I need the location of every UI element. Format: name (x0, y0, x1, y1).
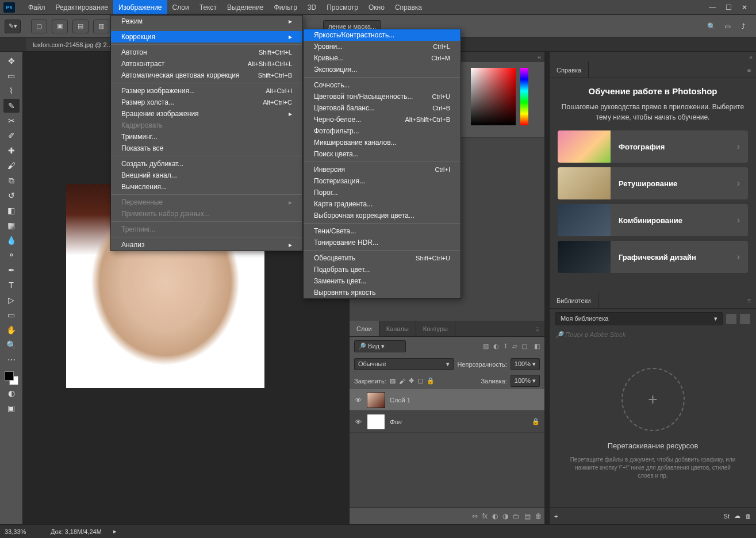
filter-adjust-icon[interactable]: ◐ (493, 343, 499, 350)
menu-item[interactable]: Яркость/Контрастность... (304, 29, 460, 41)
menubar-item-окно[interactable]: Окно (363, 0, 390, 14)
doc-size[interactable]: Док: 3,18M/4,24M (51, 528, 102, 535)
menu-item[interactable]: Экспозиция... (304, 64, 460, 75)
menu-item[interactable]: Карта градиента... (304, 198, 460, 210)
tab-libraries[interactable]: Библиотеки (550, 293, 598, 308)
gradient-tool[interactable]: ▦ (3, 218, 20, 232)
menu-item[interactable]: Показать все (111, 143, 302, 154)
menu-item[interactable]: Цветовой тон/Насыщенность...Ctrl+U (304, 91, 460, 102)
search-icon[interactable]: 🔍 (703, 21, 719, 32)
eyedropper-tool[interactable]: ✐ (3, 129, 20, 143)
visibility-icon[interactable]: 👁 (354, 418, 362, 425)
menu-item[interactable]: Подобрать цвет... (304, 264, 460, 275)
layer-name[interactable]: Слой 1 (390, 397, 410, 403)
learn-card[interactable]: Графический дизайн› (558, 241, 748, 273)
menu-item[interactable]: Постеризация... (304, 175, 460, 187)
menu-item[interactable]: Размер изображения...Alt+Ctrl+I (111, 85, 302, 97)
link-icon[interactable]: ⇔ (472, 512, 478, 520)
library-dropzone[interactable]: + Перетаскивание ресурсов Перетащите фай… (550, 341, 756, 507)
layer-item[interactable]: 👁 Фон 🔒 (350, 411, 544, 433)
menu-item[interactable]: Автоматическая цветовая коррекцияShift+C… (111, 70, 302, 81)
crop-tool[interactable]: ✂ (3, 114, 20, 128)
lock-all-icon[interactable]: 🔒 (427, 377, 435, 385)
adjustment-icon[interactable]: ◑ (502, 512, 508, 520)
menu-item[interactable]: Размер холста...Alt+Ctrl+C (111, 97, 302, 108)
delete-icon[interactable]: 🗑 (535, 512, 542, 520)
close-button[interactable]: ✕ (736, 2, 753, 13)
tab-layers[interactable]: Слои (350, 321, 379, 336)
menu-item[interactable]: Режим▸ (111, 16, 302, 27)
filter-smart-icon[interactable]: ▢ (521, 343, 527, 350)
menu-item[interactable]: Тонирование HDR... (304, 237, 460, 248)
menu-item[interactable]: Порог... (304, 187, 460, 198)
menu-item[interactable]: Микширование каналов... (304, 137, 460, 148)
fx-icon[interactable]: fx (482, 512, 488, 520)
menu-item[interactable]: ОбесцветитьShift+Ctrl+U (304, 252, 460, 264)
menubar-item-выделение[interactable]: Выделение (222, 0, 269, 14)
group-icon[interactable]: 🗀 (513, 512, 520, 520)
menu-item[interactable]: Заменить цвет... (304, 275, 460, 287)
panel-menu-icon[interactable]: ≡ (742, 62, 756, 78)
sel-add-button[interactable]: ▣ (52, 20, 68, 33)
zoom-level[interactable]: 33,33% (5, 528, 39, 535)
dodge-tool[interactable]: ⚬ (3, 248, 20, 262)
menubar-item-слои[interactable]: Слои (167, 0, 194, 14)
grid-view-icon[interactable] (726, 314, 736, 324)
color-swatches[interactable] (5, 371, 18, 385)
layer-item[interactable]: 👁 Слой 1 (350, 389, 544, 411)
blur-tool[interactable]: 💧 (3, 233, 20, 247)
menu-item[interactable]: Поиск цвета... (304, 148, 460, 160)
menu-item[interactable]: Коррекция▸ (111, 31, 302, 43)
lasso-tool[interactable]: ⌇ (3, 84, 20, 98)
layer-name[interactable]: Фон (390, 418, 402, 425)
menubar-item-3d[interactable]: 3D (302, 0, 321, 14)
visibility-icon[interactable]: 👁 (354, 397, 362, 403)
edit-toolbar[interactable]: ⋯ (3, 353, 20, 367)
menu-item[interactable]: Вращение изображения▸ (111, 108, 302, 120)
new-layer-icon[interactable]: ▤ (524, 512, 531, 520)
document-tab[interactable]: luxfon.com-21458.jpg @ 2... (26, 38, 120, 51)
opacity-input[interactable]: 100% ▾ (511, 358, 540, 370)
menu-item[interactable]: Внешний канал... (111, 170, 302, 181)
move-tool[interactable]: ✥ (3, 54, 20, 68)
menubar-item-текст[interactable]: Текст (194, 0, 222, 14)
dock-collapse[interactable]: » (550, 52, 756, 62)
tool-preset-button[interactable]: ✎▾ (5, 20, 21, 33)
heal-tool[interactable]: ✚ (3, 144, 20, 157)
sel-int-button[interactable]: ▥ (93, 20, 109, 33)
delete-icon[interactable]: 🗑 (745, 513, 751, 520)
menu-item[interactable]: АвтотонShift+Ctrl+L (111, 47, 302, 58)
menu-item[interactable]: Кривые...Ctrl+M (304, 52, 460, 64)
menu-item[interactable]: Анализ▸ (111, 239, 302, 251)
lock-pos-icon[interactable]: ✥ (409, 377, 414, 385)
menu-item[interactable]: Выборочная коррекция цвета... (304, 210, 460, 221)
learn-card[interactable]: Фотография› (558, 130, 748, 163)
menu-item[interactable]: Создать дубликат... (111, 158, 302, 170)
menubar-item-просмотр[interactable]: Просмотр (321, 0, 363, 14)
layer-thumbnail[interactable] (367, 392, 385, 408)
menu-item[interactable]: Уровни...Ctrl+L (304, 41, 460, 52)
screenmode-tool[interactable]: ▣ (3, 401, 20, 415)
tab-channels[interactable]: Каналы (379, 321, 416, 336)
quickmask-tool[interactable]: ◐ (3, 386, 20, 400)
hue-slider[interactable] (520, 68, 528, 125)
list-view-icon[interactable] (740, 314, 750, 324)
marquee-tool[interactable]: ▭ (3, 69, 20, 83)
filter-pixel-icon[interactable]: ▨ (483, 343, 489, 350)
color-field[interactable] (471, 68, 516, 125)
menu-item[interactable]: Выровнять яркость (304, 287, 460, 298)
menubar-item-изображение[interactable]: Изображение (113, 0, 167, 14)
type-tool[interactable]: T (3, 278, 20, 292)
learn-card[interactable]: Комбинирование› (558, 204, 748, 236)
menu-item[interactable]: Цветовой баланс...Ctrl+B (304, 102, 460, 114)
sel-new-button[interactable]: ▢ (31, 20, 47, 33)
menu-item[interactable]: Сочность... (304, 79, 460, 91)
layer-thumbnail[interactable] (367, 414, 385, 430)
stamp-tool[interactable]: ⧉ (3, 174, 20, 187)
filter-type-icon[interactable]: T (504, 343, 508, 350)
shape-tool[interactable]: ▭ (3, 308, 20, 322)
share-icon[interactable]: ⤴ (735, 21, 751, 32)
menu-item[interactable]: АвтоконтрастAlt+Shift+Ctrl+L (111, 58, 302, 70)
menubar-item-справка[interactable]: Справка (390, 0, 427, 14)
add-asset-icon[interactable]: + (554, 513, 558, 520)
